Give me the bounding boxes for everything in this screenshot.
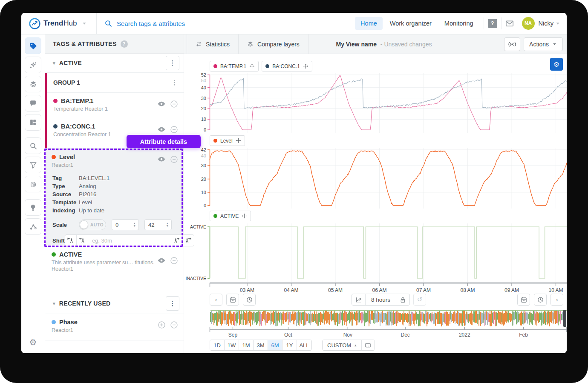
chevron-down-icon [552,41,557,47]
divider [518,17,518,29]
compare-layers-button[interactable]: Compare layers [239,34,308,54]
legend-chip-ba-temp-1[interactable]: BA:TEMP.1 [210,61,259,71]
remove-minus-icon[interactable] [170,100,178,108]
screenshot-frame: Trend Hub Search tags & attributes Home … [0,0,588,383]
start-date-button[interactable] [226,294,239,306]
remove-minus-icon[interactable] [170,126,178,134]
tag-row-ba-temp-1[interactable]: BA:TEMP.1 Temperature Reactor 1 [47,93,184,118]
statistics-button[interactable]: Statistics [187,34,239,54]
custom-range-button[interactable]: CUSTOM ▴ [323,340,362,350]
analog-chart-temp-conc[interactable]: 0102030405250 [184,73,567,133]
end-date-button[interactable] [517,294,530,306]
duration-button[interactable]: 8 hours [366,294,396,305]
help-button[interactable]: ? [488,19,497,28]
broadcast-button[interactable] [504,37,520,51]
rail-network-button[interactable] [25,218,41,235]
shift-far-left-button[interactable] [65,235,77,246]
svg-text:05 AM: 05 AM [328,287,343,293]
mail-button[interactable] [505,19,514,28]
section-recently-used[interactable]: ▾ RECENTLY USED ⋮ [45,293,184,314]
panel-scrollbar[interactable] [182,183,183,210]
rail-fingerprint-button[interactable] [25,176,41,192]
stepper-down-icon[interactable]: ▼ [133,225,136,227]
range-1w[interactable]: 1W [225,340,239,350]
view-title: My View name - Unsaved changes [295,41,473,48]
drag-move-icon[interactable] [249,63,255,69]
actions-button[interactable]: Actions [524,37,563,51]
start-time-button[interactable] [243,294,256,306]
svg-text:10: 10 [201,117,206,122]
rail-tags-button[interactable] [25,37,41,54]
overview-timeline[interactable]: SepOctNovDec2022Feb [184,310,567,339]
end-time-button[interactable] [534,294,547,306]
scale-min-input[interactable] [112,222,130,228]
visibility-eye-icon[interactable] [157,125,166,134]
chart-settings-button[interactable]: ⚙ [550,58,563,71]
legend-chip-level[interactable]: Level [210,135,245,146]
drag-move-icon[interactable] [236,138,241,143]
remove-minus-icon[interactable] [170,257,178,265]
pan-left-button[interactable]: ‹ [210,294,222,306]
visibility-eye-icon[interactable] [157,155,166,163]
section-collapse-icon[interactable]: ▾ [53,301,55,306]
mail-icon [505,19,514,28]
visibility-eye-icon[interactable] [157,256,166,265]
panel-help-icon[interactable]: ? [121,40,128,48]
tag-row-phase[interactable]: Phase Reactor1 [45,314,184,340]
rail-comments-button[interactable] [25,95,41,111]
rail-search-button[interactable] [25,137,41,154]
rail-layers-button[interactable] [25,76,41,92]
settings-gear-icon[interactable]: ⚙ [29,337,37,347]
shift-right-button[interactable] [171,235,182,246]
user-menu-chevron-down-icon[interactable] [555,20,561,26]
group-menu-icon[interactable]: ⋮ [171,79,178,86]
rail-magic-button[interactable] [25,57,41,73]
shift-far-right-button[interactable] [182,235,194,246]
nav-work-organizer[interactable]: Work organizer [384,17,437,30]
visibility-eye-icon[interactable] [157,100,166,108]
section-menu-button[interactable]: ⋮ [166,56,179,70]
number-stepper[interactable]: ▲▼ [166,222,171,227]
stepper-down-icon[interactable]: ▼ [166,225,169,227]
scale-max-input[interactable] [145,222,163,228]
search-input[interactable]: Search tags & attributes [97,13,354,34]
nav-home[interactable]: Home [355,17,383,30]
legend-chip-active[interactable]: ACTIVE [210,211,251,221]
section-collapse-icon[interactable]: ▾ [53,60,55,66]
rail-filter-button[interactable] [25,157,41,173]
range-3m[interactable]: 3M [254,340,268,350]
brand-chevron-down-icon[interactable] [81,20,87,26]
nav-monitoring[interactable]: Monitoring [439,17,479,30]
range-1d[interactable]: 1D [210,340,225,350]
section-active[interactable]: ▾ ACTIVE ⋮ [45,54,184,73]
drag-move-icon[interactable] [303,63,308,69]
add-plus-icon[interactable] [158,321,166,329]
rail-dashboard-button[interactable] [25,114,41,131]
history-revert-button[interactable]: ↺ [413,294,426,306]
range-6m[interactable]: 6M [268,340,282,350]
svg-text:10 AM: 10 AM [548,287,563,293]
remove-minus-icon[interactable] [170,321,178,329]
avatar[interactable]: NA [522,17,535,30]
group-row[interactable]: GROUP 1 ⋮ [47,73,184,93]
number-stepper[interactable]: ▲▼ [133,222,138,227]
rail-ideas-button[interactable] [25,199,41,216]
custom-range-picker-button[interactable] [362,340,375,350]
section-menu-button[interactable]: ⋮ [166,296,179,311]
scale-auto-toggle[interactable]: AUTO [79,219,106,230]
trend-scale-button[interactable] [352,294,366,305]
range-1y[interactable]: 1Y [282,340,297,350]
remove-minus-icon[interactable] [170,155,178,163]
legend-chip-ba-conc-1[interactable]: BA:CONC.1 [262,61,312,71]
analog-chart-level[interactable]: 01020304240 [184,148,567,209]
digital-chart-active[interactable]: ACTIVEINACTIVE [184,223,567,282]
drag-move-icon[interactable] [242,213,247,219]
shift-left-button[interactable] [77,235,88,246]
range-all[interactable]: ALL [297,340,311,350]
app-logo[interactable]: Trend Hub [21,13,97,34]
tag-row-active[interactable]: ACTIVE This attribute uses parameter su…… [45,245,184,279]
lock-duration-button[interactable] [396,294,409,305]
pan-right-button[interactable]: › [551,294,563,306]
shift-amount-input[interactable] [88,235,171,246]
range-1m[interactable]: 1M [239,340,254,350]
